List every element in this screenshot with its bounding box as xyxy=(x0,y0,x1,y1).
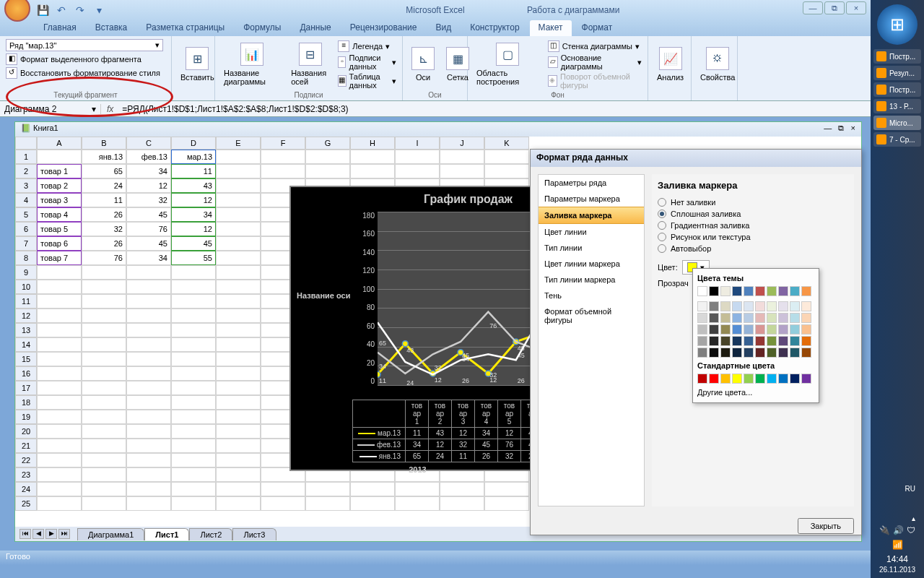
format-selection-button[interactable]: ◧Формат выделенного фрагмента xyxy=(6,53,165,65)
tab-insert[interactable]: Вставка xyxy=(87,20,136,36)
cell[interactable]: 26 xyxy=(82,236,126,251)
tray-arrow-icon[interactable]: ▴ xyxy=(873,514,921,522)
taskbar-item[interactable]: Постр... xyxy=(873,82,921,97)
cell[interactable] xyxy=(171,337,216,352)
cell[interactable]: 11 xyxy=(82,193,126,207)
cell[interactable]: 76 xyxy=(82,251,126,265)
cell[interactable]: 12 xyxy=(171,222,216,236)
clock-time[interactable]: 14:44 xyxy=(873,554,921,564)
dialog-nav-item[interactable]: Формат объемной фигуры xyxy=(539,303,644,328)
row-header[interactable]: 15 xyxy=(15,352,37,366)
cell[interactable] xyxy=(82,395,126,410)
cell[interactable] xyxy=(216,439,261,453)
cell[interactable] xyxy=(37,439,82,453)
color-swatch[interactable] xyxy=(732,301,742,311)
radio-option[interactable]: Сплошная заливка xyxy=(658,210,848,218)
radio-option[interactable]: Рисунок или текстура xyxy=(658,233,848,241)
cell[interactable] xyxy=(395,164,440,178)
cell[interactable] xyxy=(82,294,126,309)
color-swatch[interactable] xyxy=(790,348,800,358)
color-swatch[interactable] xyxy=(697,313,707,323)
cell[interactable] xyxy=(216,395,261,410)
color-swatch[interactable] xyxy=(709,348,719,358)
dialog-nav-item[interactable]: Цвет линии xyxy=(539,224,644,240)
3d-rotation-button[interactable]: ◈Поворот объемной фигуры xyxy=(548,72,642,90)
cell[interactable]: 32 xyxy=(126,193,171,207)
column-header[interactable]: F xyxy=(261,137,305,150)
fx-icon[interactable]: fx xyxy=(101,104,119,114)
radio-option[interactable]: Автовыбор xyxy=(658,244,848,253)
cell[interactable] xyxy=(82,410,126,424)
save-icon[interactable]: 💾 xyxy=(35,2,51,18)
properties-button[interactable]: ⛭Свойства xyxy=(697,46,738,83)
dialog-nav-item[interactable]: Параметры ряда xyxy=(539,175,644,191)
tab-data[interactable]: Данные xyxy=(291,20,339,36)
color-swatch[interactable] xyxy=(732,286,742,296)
tray-icon[interactable]: 🛡 xyxy=(907,525,915,535)
cell[interactable] xyxy=(216,251,261,265)
cell[interactable] xyxy=(171,453,216,467)
cell[interactable]: товар 4 xyxy=(37,207,82,222)
more-colors-button[interactable]: Другие цвета... xyxy=(696,385,816,400)
color-swatch[interactable] xyxy=(732,336,742,346)
cell[interactable] xyxy=(350,164,395,178)
color-swatch[interactable] xyxy=(720,336,731,346)
selection-dropdown[interactable]: Ряд "мар.13"▾ xyxy=(6,39,163,51)
cell[interactable] xyxy=(484,150,529,164)
cell[interactable] xyxy=(126,366,171,381)
row-header[interactable]: 14 xyxy=(15,337,37,352)
column-header[interactable]: I xyxy=(395,137,440,150)
cell[interactable] xyxy=(171,366,216,381)
color-swatch[interactable] xyxy=(790,324,800,335)
color-swatch[interactable] xyxy=(778,374,788,384)
cell[interactable] xyxy=(126,352,171,366)
cell[interactable] xyxy=(171,439,216,453)
cell[interactable] xyxy=(37,482,82,496)
cell[interactable] xyxy=(126,439,171,453)
cell[interactable] xyxy=(171,424,216,439)
cell[interactable] xyxy=(171,467,216,482)
cell[interactable] xyxy=(216,150,261,164)
cell[interactable] xyxy=(82,265,126,280)
cell[interactable] xyxy=(126,395,171,410)
cell[interactable] xyxy=(37,337,82,352)
color-swatch[interactable] xyxy=(720,301,731,311)
cell[interactable] xyxy=(216,222,261,236)
dialog-nav-item[interactable]: Тень xyxy=(539,288,644,303)
cell[interactable] xyxy=(37,424,82,439)
cell[interactable] xyxy=(37,280,82,294)
row-header[interactable]: 7 xyxy=(15,236,37,251)
cell[interactable] xyxy=(126,280,171,294)
cell[interactable] xyxy=(126,496,171,511)
cell[interactable] xyxy=(395,496,440,511)
color-swatch[interactable] xyxy=(744,348,754,358)
color-swatch[interactable] xyxy=(801,313,811,323)
color-swatch[interactable] xyxy=(697,336,707,346)
cell[interactable] xyxy=(261,482,305,496)
cell[interactable] xyxy=(126,337,171,352)
cell[interactable] xyxy=(82,323,126,337)
cell[interactable] xyxy=(82,439,126,453)
tab-home[interactable]: Главная xyxy=(35,20,85,36)
color-swatch[interactable] xyxy=(767,336,777,346)
tray-icon[interactable]: 🔌 xyxy=(879,525,890,535)
sheet-tab[interactable]: Диаграмма1 xyxy=(77,528,144,540)
color-swatch[interactable] xyxy=(755,313,765,323)
chart-object[interactable]: График продаж Название оси 1801601401201… xyxy=(289,186,546,471)
color-swatch[interactable] xyxy=(732,324,742,335)
row-header[interactable]: 20 xyxy=(15,424,37,439)
cell[interactable]: товар 1 xyxy=(37,164,82,178)
color-swatch[interactable] xyxy=(755,286,765,296)
cell[interactable] xyxy=(171,381,216,395)
cell[interactable] xyxy=(82,381,126,395)
row-header[interactable]: 9 xyxy=(15,265,37,280)
color-swatch[interactable] xyxy=(755,374,765,384)
cell[interactable]: мар.13 xyxy=(171,150,216,164)
cell[interactable] xyxy=(305,496,350,511)
sheet-tab[interactable]: Лист3 xyxy=(232,528,276,540)
color-swatch[interactable] xyxy=(801,374,811,384)
cell[interactable] xyxy=(440,150,484,164)
color-swatch[interactable] xyxy=(767,348,777,358)
chart-floor-button[interactable]: ▱Основание диаграммы ▾ xyxy=(548,53,642,71)
cell[interactable]: фев.13 xyxy=(126,150,171,164)
